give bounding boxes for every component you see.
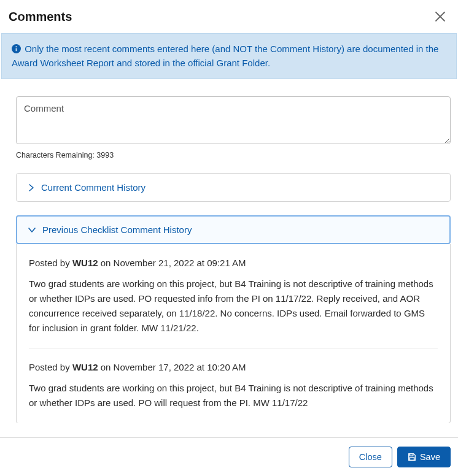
accordion-label: Current Comment History — [41, 182, 146, 193]
close-icon[interactable] — [432, 9, 448, 25]
modal-footer: Close Save — [0, 437, 458, 476]
history-meta: Posted by WU12 on November 21, 2022 at 0… — [29, 258, 438, 268]
close-button[interactable]: Close — [349, 447, 392, 467]
history-text: Two grad students are working on this pr… — [29, 277, 438, 336]
characters-remaining: Characters Remaining: 3993 — [16, 151, 451, 159]
history-author: WU12 — [72, 362, 98, 372]
svg-rect-2 — [16, 46, 17, 47]
info-icon — [12, 44, 21, 53]
save-button[interactable]: Save — [397, 447, 451, 467]
scroll-area[interactable]: Characters Remaining: 3993 Current Comme… — [0, 79, 458, 423]
accordion-previous-history[interactable]: Previous Checklist Comment History — [16, 215, 451, 244]
modal-title: Comments — [9, 10, 72, 24]
previous-history-body: Posted by WU12 on November 21, 2022 at 0… — [16, 244, 451, 423]
history-meta: Posted by WU12 on November 17, 2022 at 1… — [29, 362, 438, 372]
comment-input[interactable] — [16, 96, 451, 144]
chevron-right-icon — [28, 183, 35, 192]
history-item: Posted by WU12 on November 17, 2022 at 1… — [29, 348, 438, 423]
accordion-label: Previous Checklist Comment History — [42, 225, 192, 235]
info-banner: Only the most recent comments entered he… — [1, 33, 457, 79]
svg-rect-1 — [16, 48, 17, 52]
history-text: Two grad students are working on this pr… — [29, 381, 438, 410]
chevron-down-icon — [28, 226, 36, 234]
history-item: Posted by WU12 on November 21, 2022 at 0… — [29, 244, 438, 348]
save-icon — [408, 453, 416, 461]
history-author: WU12 — [72, 258, 98, 268]
accordion-current-history[interactable]: Current Comment History — [16, 173, 451, 202]
info-text: Only the most recent comments entered he… — [12, 44, 438, 68]
modal-header: Comments — [0, 0, 458, 33]
